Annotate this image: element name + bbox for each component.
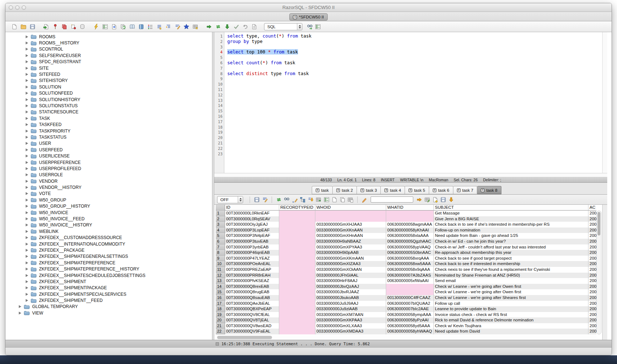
cell-id[interactable]: 00T3000000Q8rexEAB xyxy=(225,284,279,290)
column-header-whoid[interactable]: WHOID xyxy=(315,205,386,211)
filter-results-icon[interactable] xyxy=(261,196,269,204)
results-form-icon[interactable] xyxy=(101,23,109,31)
cell-subject[interactable]: Check back to see if interested in membe… xyxy=(434,261,588,267)
cell-ac[interactable]: 200 xyxy=(588,228,596,233)
cell-recordtypeid[interactable] xyxy=(279,222,315,228)
cell-ac[interactable]: 200 xyxy=(588,261,596,267)
cell-whatid[interactable]: 006300000058yPzAAI xyxy=(386,317,434,323)
cell-whoid[interactable] xyxy=(315,211,386,216)
expand-arrow-icon[interactable] xyxy=(26,274,28,277)
tree-item-solutionfeed[interactable]: SOLUTIONFEED xyxy=(5,90,212,96)
expand-arrow-icon[interactable] xyxy=(26,205,28,208)
tab-close-icon[interactable]: × xyxy=(433,188,436,192)
tree-item-taskpriority[interactable]: TASKPRIORITY xyxy=(5,128,212,134)
cell-whatid[interactable]: 006300000058ypVAAQ xyxy=(386,244,434,250)
tab-close-icon[interactable]: × xyxy=(384,188,388,192)
form-view-icon[interactable] xyxy=(323,196,331,204)
tree-item-vote[interactable]: VOTE xyxy=(5,191,212,197)
tree-item-rooms[interactable]: ROOMS xyxy=(5,34,212,40)
expand-arrow-icon[interactable] xyxy=(26,217,28,220)
grid-hscroll-thumb[interactable] xyxy=(217,336,272,339)
tree-item-taskfeed[interactable]: TASKFEED xyxy=(5,121,212,127)
result-tab-task-2[interactable]: ×task 2 xyxy=(333,186,357,194)
cell-whoid[interactable]: 0033000000HirF8AAJ xyxy=(315,278,386,284)
tree-item-w50-invoice[interactable]: W50_INVOICE xyxy=(5,209,212,216)
cell-whatid[interactable]: 00630000007A3bZAAS xyxy=(386,273,434,278)
column-header-recordtypeid[interactable]: RECORDTYPEID xyxy=(279,205,315,211)
code-line-17[interactable] xyxy=(227,119,602,125)
cell-recordtypeid[interactable] xyxy=(279,261,315,267)
cell-whatid[interactable] xyxy=(386,216,434,222)
cell-recordtypeid[interactable] xyxy=(279,216,315,222)
row-limit-select[interactable]: OFF xyxy=(217,196,243,203)
expand-arrow-icon[interactable] xyxy=(19,305,21,308)
filter-edit-icon[interactable] xyxy=(173,23,181,31)
cell-whatid[interactable]: 006300000058xrqAAA xyxy=(386,256,434,261)
expand-arrow-icon[interactable] xyxy=(26,92,28,95)
cell-whoid[interactable]: 0033000000GmXKmAAN xyxy=(315,256,386,261)
cell-ac[interactable]: 200 xyxy=(588,211,596,216)
cell-ac[interactable]: 200 xyxy=(588,301,596,307)
cell-id[interactable]: 00T3000000P47LYEAZ xyxy=(225,256,279,261)
code-line-6[interactable]: select count(*) from task xyxy=(227,60,602,66)
save-results-icon[interactable] xyxy=(253,196,261,204)
expand-arrow-icon[interactable] xyxy=(26,98,28,101)
cell-ac[interactable]: 200 xyxy=(588,329,596,334)
generate-ddl-icon[interactable] xyxy=(119,23,127,31)
cell-id[interactable]: 00T3000000OiyJgEAJ xyxy=(225,222,279,228)
cell-whatid[interactable] xyxy=(386,289,434,295)
table-edit-icon[interactable] xyxy=(423,196,431,204)
cell-ac[interactable]: 200 xyxy=(588,289,596,295)
cell-id[interactable]: 00T3000000POeAnEAL xyxy=(225,261,279,267)
cell-ac[interactable]: 200 xyxy=(588,312,596,318)
table-row[interactable]: 400T3000000P3LopEAF0033000000GmXKnAAN006… xyxy=(216,228,596,233)
expand-arrow-icon[interactable] xyxy=(26,161,28,164)
cell-subject[interactable]: Check back to see if good target prospec… xyxy=(434,256,588,261)
highlight-pen-icon[interactable] xyxy=(361,196,368,204)
cell-whoid[interactable]: 0033000000GmXKnAAN xyxy=(315,228,386,233)
table-row[interactable]: 1200T3000000PRR8rEAH0033000000JFhGlAAL00… xyxy=(216,273,596,278)
cell-whoid[interactable]: 0033000000GmXOiAAN xyxy=(315,267,386,273)
table-row[interactable]: 1300T3000000PfvKSEAZ0033000000HirF8AAJ00… xyxy=(216,278,596,284)
tree-item-userfeed[interactable]: USERFEED xyxy=(5,147,212,153)
expand-arrow-icon[interactable] xyxy=(26,130,28,133)
table-row[interactable]: 2200T3000000QV9FaEAL0033000000GmXMDAA300… xyxy=(216,329,596,334)
code-line-19[interactable] xyxy=(227,130,602,135)
cell-whatid[interactable]: 00630000007bIc2AAE xyxy=(386,306,434,312)
expand-arrow-icon[interactable] xyxy=(26,173,28,176)
cell-subject[interactable]: Check nexis to see if they've found a re… xyxy=(434,267,588,273)
code-line-12[interactable] xyxy=(227,92,602,98)
tree-item-userpreference[interactable]: USERPREFERENCE xyxy=(5,159,212,165)
window-titlebar[interactable]: RazorSQL - SFDCW50 II xyxy=(5,3,612,12)
tree-item-w50-invoice-feed[interactable]: W50_INVOICE__FEED xyxy=(5,216,212,222)
cell-whoid[interactable]: 0033000000JbukoAAB xyxy=(315,295,386,301)
statement-type-select[interactable]: SQL xyxy=(264,23,302,30)
expand-arrow-icon[interactable] xyxy=(26,180,28,183)
cell-subject[interactable]: Give Jenn a BIG RAISE xyxy=(434,216,588,222)
expand-arrow-icon[interactable] xyxy=(19,312,21,315)
result-tab-task[interactable]: ×task xyxy=(312,186,333,194)
tree-item-zkfedex-shipment-feed[interactable]: ZKFEDEX__SHIPMENT__FEED xyxy=(5,297,212,303)
code-line-23[interactable] xyxy=(227,151,602,157)
table-row[interactable]: 1600T3000000Q8sauEAB0033000000JbukoAAB00… xyxy=(216,295,596,301)
cell-id[interactable]: 00T3000000P3N4pEAF xyxy=(225,233,279,239)
row-limit-select-stepper[interactable] xyxy=(238,196,243,203)
results-list-icon[interactable] xyxy=(314,23,322,31)
cell-whatid[interactable]: 006300000058ympAAA xyxy=(386,312,434,318)
cell-whatid[interactable]: 006300000058xlaAAA xyxy=(386,233,434,239)
cell-recordtypeid[interactable] xyxy=(279,289,315,295)
cell-id[interactable]: 00T3000000QAeJbEAL xyxy=(225,301,279,307)
expand-arrow-icon[interactable] xyxy=(26,136,28,139)
cell-recordtypeid[interactable] xyxy=(279,233,315,239)
result-tab-task-5[interactable]: ×task 5 xyxy=(405,186,429,194)
tree-item-zkfedex-shipmentpackage[interactable]: ZKFEDEX__SHIPMENTPACKAGE xyxy=(5,285,212,291)
cell-whatid[interactable] xyxy=(386,284,434,290)
expand-arrow-icon[interactable] xyxy=(26,167,28,170)
cell-recordtypeid[interactable] xyxy=(279,267,315,273)
tree-item-vendor[interactable]: VENDOR xyxy=(5,178,212,184)
code-line-15[interactable] xyxy=(227,108,602,114)
cell-whoid[interactable] xyxy=(315,216,386,222)
cell-ac[interactable]: 200 xyxy=(588,317,596,323)
code-line-13[interactable] xyxy=(227,98,602,103)
object-hand-icon[interactable] xyxy=(155,23,163,31)
